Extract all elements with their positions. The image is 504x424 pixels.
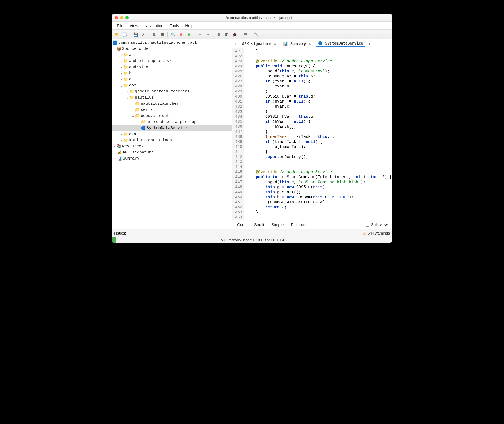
tree-label: com <box>129 83 136 88</box>
menu-navigation[interactable]: Navigation <box>141 22 166 29</box>
package-icon: 📁 <box>123 77 128 82</box>
tree-label: a <box>129 53 131 57</box>
package-icon: 📁 <box>123 132 128 137</box>
menu-file[interactable]: File <box>114 22 126 29</box>
search-usage-icon[interactable]: ◉ <box>185 31 192 38</box>
issues-label: Issues: <box>114 231 126 235</box>
tab-label: Summary <box>290 42 306 46</box>
minimize-window-button[interactable] <box>120 16 123 19</box>
tree-class-systemdataservice[interactable]: ›🔵SystemDataService <box>112 125 232 131</box>
package-icon: 📁 <box>123 65 128 70</box>
view-fallback[interactable]: Fallback <box>291 222 306 227</box>
view-simple[interactable]: Simple <box>271 222 284 227</box>
tree-label: androidx <box>129 65 148 69</box>
debug-icon[interactable]: 🐞 <box>231 31 238 38</box>
tree-summary[interactable]: 📊Summary <box>112 156 232 162</box>
search-class-icon[interactable]: ◉ <box>178 31 184 38</box>
save-icon[interactable]: 💾 <box>132 31 139 38</box>
package-icon: 📁 <box>141 120 145 125</box>
menu-view[interactable]: View <box>126 22 141 29</box>
tree-pkg-c[interactable]: ›📁c <box>112 76 232 82</box>
tree-resources[interactable]: ›📚Resources <box>112 143 232 149</box>
preferences-icon[interactable]: 🔧 <box>253 31 260 38</box>
warnings-count[interactable]: ⚠544 warnings <box>363 231 390 235</box>
tree-pkg-b[interactable]: ›📁b <box>112 70 232 76</box>
tree-pkg-nautiluslauncher[interactable]: ›📁nautiluslauncher <box>112 101 232 107</box>
tree-pkg-androidx[interactable]: ›📁androidx <box>112 64 232 70</box>
package-icon: 📁 <box>135 107 140 112</box>
checkbox-icon[interactable] <box>366 223 369 227</box>
summary-icon: 📊 <box>283 42 288 46</box>
quark-icon[interactable]: ◧ <box>223 31 230 38</box>
tree-pkg-a[interactable]: ›📁a <box>112 52 232 58</box>
code-editor[interactable]: 4214224234244254264274284294304314324334… <box>232 48 392 220</box>
tree-pkg-android-serialport[interactable]: ›📁android_serialport_api <box>112 119 232 125</box>
tree-label: serial <box>141 108 155 112</box>
package-icon: 📁 <box>129 95 134 100</box>
flatten-icon[interactable]: ▦ <box>159 31 166 38</box>
package-icon: 📁 <box>129 89 134 94</box>
titlebar: *com.nautilus.nautiluslauncher - jadx-gu… <box>112 14 392 22</box>
tab-next-button[interactable]: › <box>368 42 371 46</box>
tab-summary[interactable]: 📊Summary× <box>281 41 313 47</box>
project-tree[interactable]: 🟦com.nautilus.nautiluslauncher.apk ⌄📦Sou… <box>112 39 232 229</box>
close-tab-icon[interactable]: × <box>274 42 276 46</box>
tree-pkg-serial[interactable]: ›📁serial <box>112 107 232 113</box>
window-title: *com.nautilus.nautiluslauncher - jadx-gu… <box>129 16 389 20</box>
add-files-icon[interactable]: 📑 <box>121 31 128 38</box>
package-icon: 📁 <box>123 52 128 58</box>
tree-pkg-com[interactable]: ⌄📁com <box>112 82 232 89</box>
tree-label: APK signature <box>123 150 154 155</box>
tree-label: com.nautilus.nautiluslauncher.apk <box>118 41 197 45</box>
signature-icon: 🔏 <box>117 150 122 155</box>
back-icon[interactable]: ← <box>196 31 203 38</box>
sync-icon[interactable]: ⇅ <box>151 31 158 38</box>
package-icon: 📁 <box>123 83 128 88</box>
source-icon: 📦 <box>116 46 121 51</box>
close-window-button[interactable] <box>115 16 118 19</box>
split-view-toggle[interactable]: Split view <box>366 222 388 227</box>
tab-more-button[interactable]: ⌄ <box>374 42 379 46</box>
tree-pkg-kotlinx[interactable]: ›📁kotlinx.coroutines <box>112 137 232 143</box>
package-icon: 📁 <box>123 59 128 64</box>
log-icon[interactable]: ▤ <box>242 31 249 38</box>
class-icon: 🔵 <box>318 41 322 45</box>
warning-text: 544 warnings <box>368 231 390 235</box>
tree-pkg-google-material[interactable]: ›📁google.android.material <box>112 89 232 95</box>
tree-source-code[interactable]: ⌄📦Source code <box>112 46 232 52</box>
search-icon[interactable]: 🔍 <box>170 31 176 38</box>
sidebar: 🟦com.nautilus.nautiluslauncher.apk ⌄📦Sou… <box>112 39 232 229</box>
close-tab-icon[interactable]: × <box>309 42 311 46</box>
tree-pkg-d-a[interactable]: ›📁d.a <box>112 131 232 137</box>
view-smali[interactable]: Smali <box>254 222 264 227</box>
tab-apk-signature[interactable]: APK signature× <box>240 41 278 47</box>
forward-icon[interactable]: → <box>204 31 211 38</box>
tree-label: nautiluslauncher <box>141 101 179 106</box>
menu-help[interactable]: Help <box>182 22 197 29</box>
view-code[interactable]: Code <box>237 222 247 227</box>
menu-tools[interactable]: Tools <box>166 22 182 29</box>
apk-icon: 🟦 <box>113 40 117 45</box>
package-icon: 📁 <box>135 113 140 118</box>
export-icon[interactable]: ↗ <box>140 31 147 38</box>
code-content[interactable]: } @Override // android.app.Service publi… <box>244 48 392 220</box>
line-gutter: 4214224234244254264274284294304314324334… <box>232 48 244 220</box>
tree-label: Source code <box>122 47 148 51</box>
warning-icon: ⚠ <box>363 231 366 235</box>
tree-apk-root[interactable]: 🟦com.nautilus.nautiluslauncher.apk <box>112 40 232 46</box>
deobfuscate-icon[interactable]: ⚙ <box>215 31 222 38</box>
tree-label: google.android.material <box>135 89 190 94</box>
tree-pkg-nautilus[interactable]: ⌄📁nautilus <box>112 95 232 101</box>
tree-pkg-ucbsystemdata[interactable]: ⌄📁ucbsystemdata <box>112 113 232 119</box>
tab-systemdataservice[interactable]: 🔵SystemDataService <box>316 40 365 47</box>
tree-apk-signature[interactable]: 🔏APK signature <box>112 149 232 156</box>
open-file-icon[interactable]: 📂 <box>113 31 120 38</box>
tree-label: ucbsystemdata <box>141 114 172 118</box>
package-icon: 📁 <box>123 71 128 76</box>
zoom-window-button[interactable] <box>125 16 129 19</box>
tab-prev-button[interactable]: ‹ <box>234 42 237 46</box>
tree-label: kotlinx.coroutines <box>129 138 172 143</box>
app-window: *com.nautilus.nautiluslauncher - jadx-gu… <box>112 14 392 243</box>
tree-label: b <box>129 71 131 76</box>
tree-pkg-android-support[interactable]: ›📁android.support.v4 <box>112 58 232 64</box>
